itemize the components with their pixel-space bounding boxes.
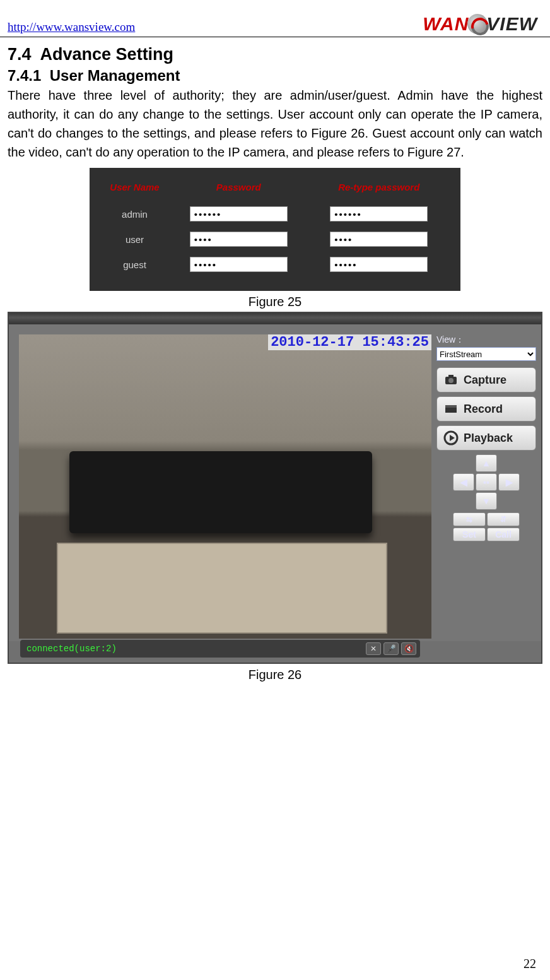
connection-status: connected(user:2) <box>26 644 117 654</box>
scene-object <box>202 574 235 587</box>
ptz-up-button[interactable]: ▲ <box>476 454 497 472</box>
play-icon <box>442 429 460 447</box>
video-panel[interactable]: 2010-12-17 15:43:25 <box>19 334 431 639</box>
svg-rect-4 <box>445 405 457 408</box>
ptz-zoom-in-button[interactable]: ⇵ <box>487 512 520 526</box>
camera-icon <box>442 371 460 389</box>
password-input[interactable] <box>190 232 288 247</box>
username-cell: user <box>101 227 168 252</box>
speaker-mute-icon[interactable]: 🔇 <box>401 642 416 655</box>
retype-password-input[interactable] <box>330 206 428 221</box>
username-cell: admin <box>101 201 168 227</box>
ptz-right-button[interactable]: ▶ <box>498 473 520 491</box>
side-panel: View： FirstStream Capture Record <box>431 334 536 639</box>
camera-scene <box>19 334 431 639</box>
brand-logo: WANVIEW <box>423 14 537 34</box>
table-row: admin <box>101 201 449 227</box>
svg-point-1 <box>448 378 453 383</box>
table-row: user <box>101 227 449 252</box>
view-label: View： <box>436 334 536 346</box>
col-password: Password <box>168 182 308 201</box>
capture-button[interactable]: Capture <box>436 367 536 393</box>
section-heading: 7.4 Advance Setting <box>8 45 542 64</box>
body-paragraph: There have three level of authority; the… <box>8 86 542 162</box>
col-retype-password: Re-type password <box>308 182 449 201</box>
window-titlebar <box>9 313 541 324</box>
record-icon <box>442 400 460 418</box>
page-header: http://www.wansview.com WANVIEW <box>0 0 550 37</box>
ptz-center-button[interactable]: ▪▪ <box>476 473 497 491</box>
ptz-left-button[interactable]: ◀ <box>453 473 474 491</box>
svg-rect-2 <box>448 375 453 377</box>
logo-swirl-icon <box>467 14 488 34</box>
password-input[interactable] <box>190 206 288 221</box>
subsection-heading: 7.4.1 User Management <box>8 67 542 85</box>
ptz-pad: ▲ ◀ ▪▪ ▶ ▼ <box>436 454 536 510</box>
retype-password-input[interactable] <box>330 232 428 247</box>
mic-mute-icon[interactable]: 🎤 <box>383 642 399 655</box>
header-link[interactable]: http://www.wansview.com <box>8 20 135 34</box>
ptz-down-button[interactable]: ▼ <box>476 492 497 510</box>
video-timestamp: 2010-12-17 15:43:25 <box>268 334 431 350</box>
figure-25-caption: Figure 25 <box>8 295 542 309</box>
ptz-zoom-out-button[interactable]: ⇆ <box>453 512 486 526</box>
username-cell: guest <box>101 252 168 277</box>
record-button[interactable]: Record <box>436 396 536 422</box>
preset-call-button[interactable]: Call <box>487 528 520 541</box>
preset-set-button[interactable]: Set <box>453 528 486 541</box>
playback-button[interactable]: Playback <box>436 425 536 451</box>
user-management-table: User Name Password Re-type password admi… <box>90 168 460 291</box>
status-bar: connected(user:2) ✕ 🎤 🔇 <box>20 640 420 658</box>
page-number: 22 <box>524 957 536 971</box>
figure-26-caption: Figure 26 <box>8 668 542 682</box>
camera-viewer-window: 2010-12-17 15:43:25 View： FirstStream Ca… <box>8 312 542 664</box>
svg-marker-6 <box>450 435 455 441</box>
password-input[interactable] <box>190 257 288 272</box>
table-row: guest <box>101 252 449 277</box>
col-username: User Name <box>101 182 168 201</box>
view-select[interactable]: FirstStream <box>436 347 536 361</box>
settings-icon[interactable]: ✕ <box>366 642 381 655</box>
retype-password-input[interactable] <box>330 257 428 272</box>
